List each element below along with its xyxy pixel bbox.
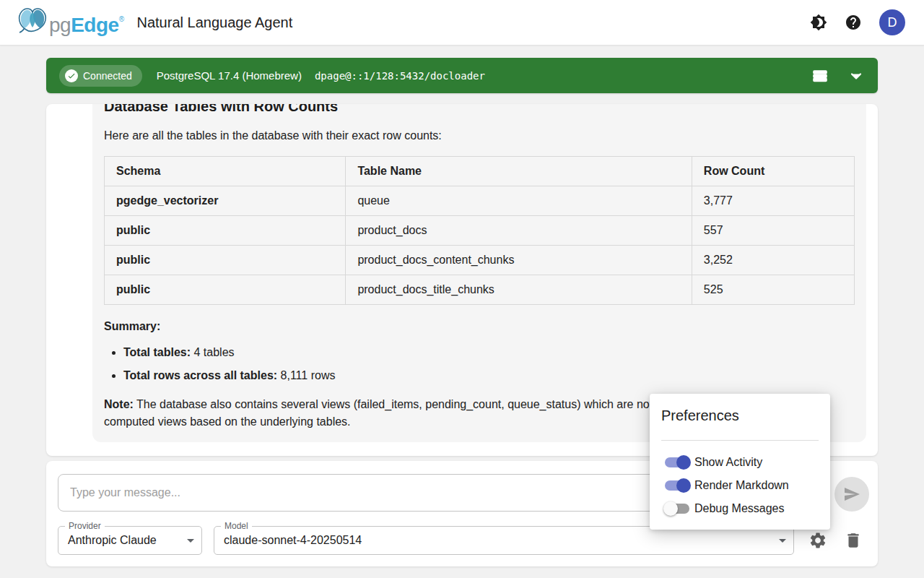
table-row: publicproduct_docs_content_chunks3,252 xyxy=(105,246,855,275)
status-label: Connected xyxy=(83,70,132,82)
summary-item: Total rows across all tables: 8,111 rows xyxy=(123,367,855,384)
pgedge-wordmark: pgEdge® xyxy=(49,5,124,40)
preferences-popup: Preferences Show ActivityRender Markdown… xyxy=(650,394,830,530)
table-row: publicproduct_docs557 xyxy=(105,216,855,246)
table-header-cell: Row Count xyxy=(692,157,854,186)
chevron-down-icon[interactable] xyxy=(847,67,865,85)
connection-bar: Connected PostgreSQL 17.4 (Homebrew) dpa… xyxy=(46,58,878,93)
user-avatar[interactable]: D xyxy=(879,9,905,35)
table-cell: public xyxy=(105,275,346,305)
message-heading: Database Tables with Row Counts xyxy=(104,104,855,116)
table-cell: pgedge_vectorizer xyxy=(105,186,346,216)
toggle-switch-icon[interactable] xyxy=(665,457,689,467)
provider-select-label: Provider xyxy=(65,521,105,531)
model-select[interactable]: Model claude-sonnet-4-20250514 xyxy=(214,526,794,555)
table-cell: 525 xyxy=(692,275,854,305)
table-row: pgedge_vectorizerqueue3,777 xyxy=(105,186,855,216)
table-body: pgedge_vectorizerqueue3,777publicproduct… xyxy=(105,186,855,305)
table-cell: public xyxy=(105,246,346,275)
connection-list-icon[interactable] xyxy=(811,67,829,85)
provider-caret-icon xyxy=(187,539,194,543)
pref-toggle-label: Debug Messages xyxy=(694,502,785,515)
model-select-label: Model xyxy=(221,521,252,531)
send-icon xyxy=(843,486,860,503)
summary-list: Total tables: 4 tablesTotal rows across … xyxy=(123,344,855,384)
assistant-message: Database Tables with Row Counts Here are… xyxy=(92,104,866,442)
table-cell: product_docs xyxy=(346,216,692,246)
pgedge-logo-icon xyxy=(16,5,49,37)
table-row: publicproduct_docs_title_chunks525 xyxy=(105,275,855,305)
table-cell: 557 xyxy=(692,216,854,246)
row-counts-table: SchemaTable NameRow Count pgedge_vectori… xyxy=(104,156,855,305)
message-intro: Here are all the tables in the database … xyxy=(104,127,855,144)
provider-select-value: Anthropic Claude xyxy=(68,534,157,547)
dark-mode-toggle-icon[interactable] xyxy=(810,14,827,31)
table-header-cell: Table Name xyxy=(346,157,692,186)
pref-toggle-debug-messages[interactable]: Debug Messages xyxy=(661,497,819,520)
pgedge-logo: pgEdge® xyxy=(16,5,124,40)
pref-toggle-label: Show Activity xyxy=(694,456,762,469)
pref-toggle-label: Render Markdown xyxy=(694,479,789,492)
table-cell: 3,777 xyxy=(692,186,854,216)
model-caret-icon xyxy=(779,539,786,543)
connection-string: dpage@::1/128:5432/docloader xyxy=(315,70,485,82)
toggle-switch-icon[interactable] xyxy=(665,504,689,514)
provider-select[interactable]: Provider Anthropic Claude xyxy=(58,526,202,555)
preferences-divider xyxy=(661,440,819,441)
table-header-cell: Schema xyxy=(105,157,346,186)
preferences-toggle-list: Show ActivityRender MarkdownDebug Messag… xyxy=(661,451,819,520)
model-select-value: claude-sonnet-4-20250514 xyxy=(224,534,362,547)
status-badge: Connected xyxy=(59,65,142,87)
server-version-label: PostgreSQL 17.4 (Homebrew) xyxy=(157,69,302,82)
settings-gear-icon[interactable] xyxy=(808,531,827,550)
pref-toggle-render-markdown[interactable]: Render Markdown xyxy=(661,474,819,497)
page-title: Natural Language Agent xyxy=(137,14,293,31)
toggle-switch-icon[interactable] xyxy=(665,480,689,491)
table-cell: 3,252 xyxy=(692,246,854,275)
table-cell: product_docs_title_chunks xyxy=(346,275,692,305)
summary-label: Summary: xyxy=(104,318,855,335)
pref-toggle-show-activity[interactable]: Show Activity xyxy=(661,451,819,474)
send-button[interactable] xyxy=(834,477,869,512)
app-header: pgEdge® Natural Language Agent D xyxy=(0,0,924,46)
preferences-title: Preferences xyxy=(661,405,819,426)
table-header-row: SchemaTable NameRow Count xyxy=(105,157,855,186)
table-cell: product_docs_content_chunks xyxy=(346,246,692,275)
table-cell: public xyxy=(105,216,346,246)
table-cell: queue xyxy=(346,186,692,216)
help-icon[interactable] xyxy=(845,14,862,31)
trash-icon[interactable] xyxy=(844,531,863,550)
check-circle-icon xyxy=(65,69,78,82)
summary-item: Total tables: 4 tables xyxy=(123,344,855,361)
